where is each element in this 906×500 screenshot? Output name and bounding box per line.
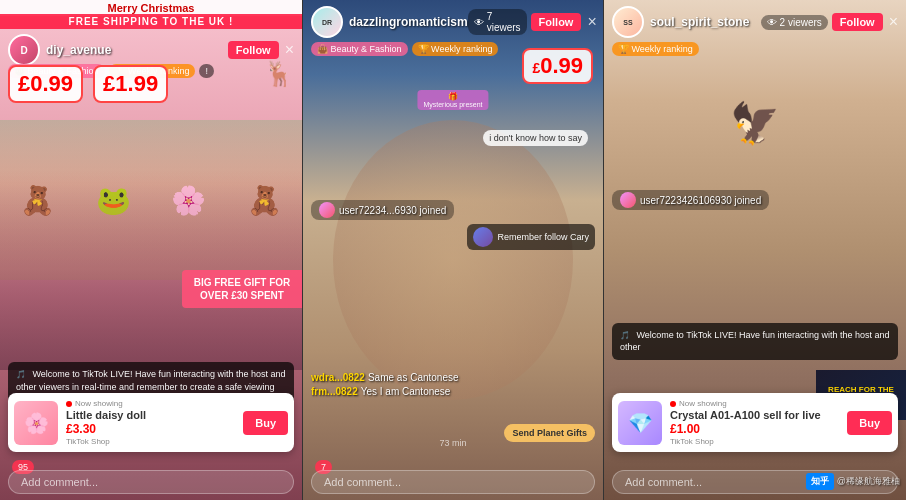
product-name-3: Crystal A01-A100 sell for live bbox=[670, 409, 839, 421]
chat-msg-1: Same as Cantonese bbox=[368, 372, 459, 383]
username-1: diy_avenue bbox=[46, 43, 228, 57]
comment-bar-2[interactable]: Add comment... bbox=[311, 470, 595, 494]
remember-follow: Remember follow Cary bbox=[467, 224, 595, 250]
mini-avatar-3 bbox=[620, 192, 636, 208]
deer-decoration: 🦌 bbox=[264, 60, 294, 88]
gift-banner-text: BIG FREE GIFT FOR OVER £30 SPENT bbox=[194, 277, 291, 301]
avatar-1: D bbox=[8, 34, 40, 66]
badge-row-3: 🏆 Weekly ranking bbox=[612, 42, 699, 56]
close-btn-3[interactable]: × bbox=[889, 13, 898, 31]
badge-exclaim-1: ! bbox=[199, 64, 214, 78]
badge-row-2: 👜 Beauty & Fashion 🏆 Weekly ranking bbox=[311, 42, 498, 56]
live-dot-1 bbox=[66, 401, 72, 407]
price-tag-1b: £1.99 bbox=[93, 65, 168, 103]
buy-btn-3[interactable]: Buy bbox=[847, 411, 892, 435]
mystery-badge: 🎁 Mysterious present bbox=[417, 90, 488, 110]
avatar-3: SS bbox=[612, 6, 644, 38]
stream-panel-3: 🦅 SS soul_spirit_stone 👁 2 viewers Follo… bbox=[604, 0, 906, 500]
stream-panel-1: 🧸🐸🌸🧸 Merry Christmas FREE SHIPPING TO TH… bbox=[0, 0, 302, 500]
joined-notif-3: user7223426106930 joined bbox=[612, 190, 769, 210]
watermark-user: @稀缘航海雅柚 bbox=[837, 475, 900, 488]
badge-weekly-3: 🏆 Weekly ranking bbox=[612, 42, 699, 56]
now-showing-3: Now showing bbox=[670, 399, 839, 408]
chat-panel-2: wdra...0822 Same as Cantonese frm...0822… bbox=[311, 372, 595, 400]
free-shipping-banner: FREE SHIPPING TO THE UK ! bbox=[0, 14, 302, 29]
price-tag-1a: £0.99 bbox=[8, 65, 83, 103]
chat-line-1: wdra...0822 Same as Cantonese bbox=[311, 372, 595, 383]
stream-header-3: SS soul_spirit_stone 👁 2 viewers Follow … bbox=[604, 0, 906, 44]
buy-btn-1[interactable]: Buy bbox=[243, 411, 288, 435]
close-btn-2[interactable]: × bbox=[587, 13, 596, 31]
live-dot-3 bbox=[670, 401, 676, 407]
viewer-count-2: 👁 7 viewers bbox=[468, 9, 527, 35]
tiktok-notice-3: 🎵 Welcome to TikTok LIVE! Have fun inter… bbox=[612, 323, 898, 360]
speech-bubble: i don't know how to say bbox=[483, 130, 588, 146]
stream-container: 🧸🐸🌸🧸 Merry Christmas FREE SHIPPING TO TH… bbox=[0, 0, 906, 500]
gift-banner-1: BIG FREE GIFT FOR OVER £30 SPENT bbox=[182, 270, 302, 308]
product-img-1: 🌸 bbox=[14, 401, 58, 445]
christmas-text: Merry Christmas bbox=[108, 2, 195, 14]
joined-notif-2: user72234...6930 joined bbox=[311, 200, 454, 220]
chat-msg-2: Yes I am Cantonese bbox=[361, 386, 451, 397]
notice-text-3: Welcome to TikTok LIVE! Have fun interac… bbox=[620, 330, 889, 353]
product-card-3: 💎 Now showing Crystal A01-A100 sell for … bbox=[612, 393, 898, 452]
held-object: 🦅 bbox=[730, 100, 780, 147]
follow-btn-3[interactable]: Follow bbox=[832, 13, 883, 31]
product-img-3: 💎 bbox=[618, 401, 662, 445]
product-price-1: £3.30 bbox=[66, 422, 235, 436]
send-gifts-btn[interactable]: Send Planet Gifts bbox=[504, 424, 595, 442]
stream-panel-2: DR dazzlingromanticism 👁 7 viewers Follo… bbox=[302, 0, 604, 500]
comment-placeholder-2: Add comment... bbox=[324, 476, 401, 488]
watermark-zhihu: 知乎 bbox=[806, 473, 834, 490]
product-name-1: Little daisy doll bbox=[66, 409, 235, 421]
product-info-3: Now showing Crystal A01-A100 sell for li… bbox=[670, 399, 839, 446]
username-3: soul_spirit_stone bbox=[650, 15, 761, 29]
username-2: dazzlingromanticism bbox=[349, 15, 468, 29]
avatar-2: DR bbox=[311, 6, 343, 38]
shop-label-1: TikTok Shop bbox=[66, 437, 235, 446]
now-showing-1: Now showing bbox=[66, 399, 235, 408]
badge-beauty-fashion-2: 👜 Beauty & Fashion bbox=[311, 42, 408, 56]
product-info-1: Now showing Little daisy doll £3.30 TikT… bbox=[66, 399, 235, 446]
shipping-text: FREE SHIPPING TO THE UK ! bbox=[69, 16, 234, 27]
follow-btn-2[interactable]: Follow bbox=[531, 13, 582, 31]
stream-header-2: DR dazzlingromanticism 👁 7 viewers Follo… bbox=[303, 0, 603, 44]
price-tags-1: £0.99 £1.99 bbox=[8, 65, 168, 103]
remember-avatar bbox=[473, 227, 493, 247]
chat-line-2: frm...0822 Yes I am Cantonese bbox=[311, 386, 595, 397]
badge-weekly-2: 🏆 Weekly ranking bbox=[412, 42, 499, 56]
comment-placeholder-3: Add comment... bbox=[625, 476, 702, 488]
mini-avatar-2 bbox=[319, 202, 335, 218]
shop-label-3: TikTok Shop bbox=[670, 437, 839, 446]
product-card-1: 🌸 Now showing Little daisy doll £3.30 Ti… bbox=[8, 393, 294, 452]
comment-bar-1[interactable]: Add comment... bbox=[8, 470, 294, 494]
price-overlay-2: £0.99 bbox=[522, 48, 593, 84]
person-area-2 bbox=[333, 120, 573, 400]
chat-username-1: wdra...0822 bbox=[311, 372, 365, 383]
viewer-count-3: 👁 2 viewers bbox=[761, 15, 828, 30]
follow-btn-1[interactable]: Follow bbox=[228, 41, 279, 59]
close-btn-1[interactable]: × bbox=[285, 41, 294, 59]
minutes-display: 73 min bbox=[439, 438, 466, 448]
chat-username-2: frm...0822 bbox=[311, 386, 358, 397]
comment-placeholder-1: Add comment... bbox=[21, 476, 98, 488]
product-price-3: £1.00 bbox=[670, 422, 839, 436]
watermark: 知乎 @稀缘航海雅柚 bbox=[806, 473, 900, 490]
